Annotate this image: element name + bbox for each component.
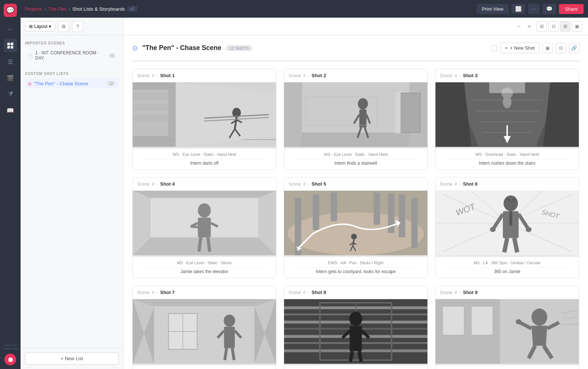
card-hash-label: # bbox=[152, 290, 154, 295]
shots-grid: Scene # › Shot 1 bbox=[132, 69, 579, 369]
svg-line-132 bbox=[359, 351, 361, 362]
svg-point-138 bbox=[531, 308, 547, 326]
svg-rect-111 bbox=[224, 327, 235, 348]
svg-rect-68 bbox=[411, 198, 418, 248]
zoom-out-button[interactable]: − bbox=[514, 22, 523, 31]
app-logo[interactable]: 💬 bbox=[4, 4, 17, 17]
breadcrumb-project[interactable]: The Pen bbox=[48, 6, 66, 12]
svg-rect-29 bbox=[359, 110, 367, 128]
svg-rect-128 bbox=[349, 326, 362, 351]
zoom-controls: − + bbox=[514, 22, 534, 31]
svg-point-101 bbox=[513, 198, 515, 201]
svg-rect-2 bbox=[7, 46, 10, 49]
shot-list-item[interactable]: ⊙ "The Pen" - Chase Scene 12 bbox=[25, 79, 119, 89]
shot-label: Shot 8 bbox=[312, 290, 326, 295]
svg-rect-136 bbox=[443, 307, 465, 335]
comment-button[interactable]: 💬 bbox=[542, 4, 556, 14]
shot-list-badge: 12 bbox=[107, 81, 116, 86]
card-hash-label: # bbox=[303, 290, 306, 295]
shot-tags: WS · Overhead · Static · Hand Held bbox=[440, 152, 574, 157]
filmstrip-button[interactable]: ▣ bbox=[542, 43, 553, 53]
shot-thumbnail[interactable] bbox=[284, 82, 427, 148]
zoom-in-button[interactable]: + bbox=[525, 22, 534, 31]
shot-card: Scene # › Shot 2 bbox=[284, 69, 428, 170]
layout-button[interactable]: ⊞ Layout ▾ bbox=[25, 22, 55, 31]
shot-thumbnail[interactable] bbox=[133, 82, 276, 148]
shot-card-header: Scene # › Shot 5 bbox=[284, 178, 427, 191]
custom-shot-lists-section: CUSTOM SHOT LISTS ⊙ "The Pen" - Chase Sc… bbox=[21, 66, 123, 92]
sidebar-icon-sliders[interactable]: ⧩ bbox=[4, 87, 17, 101]
main-layout: Projects › The Pen › Shot Lists & Storyb… bbox=[21, 0, 588, 369]
shot-thumbnail[interactable] bbox=[284, 191, 427, 257]
shot-thumbnail[interactable]: WOT SHOT bbox=[435, 191, 579, 257]
select-all-checkbox[interactable] bbox=[491, 45, 497, 51]
svg-rect-23 bbox=[284, 133, 427, 147]
shot-meta: MS · Eye Level · Static · Sticks Jamie t… bbox=[133, 257, 276, 278]
shot-list-name: "The Pen" - Chase Scene bbox=[34, 81, 88, 86]
shot-meta: EWS · HA · Pan · Sticks / Right Intern g… bbox=[284, 257, 427, 278]
card-hash-label: # bbox=[152, 182, 154, 187]
shot-thumbnail[interactable] bbox=[435, 299, 579, 365]
sidebar-icon-back[interactable]: ← bbox=[4, 23, 17, 36]
shot-desc: Intern finds a stairwell bbox=[288, 161, 423, 166]
more-options-button[interactable]: ··· bbox=[528, 4, 540, 14]
separator-button[interactable]: ⊟ bbox=[556, 43, 566, 53]
shot-thumbnail[interactable] bbox=[435, 82, 579, 148]
scene-title: "The Pen" - Chase Scene bbox=[142, 44, 221, 52]
sidebar-icon-scenes[interactable]: 🎬 bbox=[4, 71, 17, 85]
svg-marker-50 bbox=[133, 237, 276, 255]
user-avatar[interactable]: ⬤ bbox=[4, 354, 16, 365]
scene-content: ⊙ "The Pen" - Chase Scene 12 SHOTS + + N… bbox=[123, 35, 588, 369]
top-bar: Projects › The Pen › Shot Lists & Storyb… bbox=[21, 0, 588, 18]
grid-view-buttons: ⊞ ⊟ ⊠ ▣ bbox=[537, 21, 582, 32]
breadcrumb-projects[interactable]: Projects bbox=[25, 6, 42, 12]
export-button[interactable]: ⬜ bbox=[512, 4, 525, 14]
grid-view-sm-button[interactable]: ⊞ bbox=[537, 21, 547, 32]
shot-card: Scene # › Shot 7 bbox=[132, 286, 276, 369]
view-toolbar: − + ⊞ ⊟ ⊠ ▣ bbox=[123, 18, 588, 35]
scene-icon-head: ⊙ bbox=[132, 44, 138, 52]
link-button[interactable]: 🔗 bbox=[569, 43, 579, 53]
print-view-button[interactable]: Print View bbox=[477, 4, 508, 14]
card-arrow-icon: › bbox=[157, 182, 158, 187]
shot-thumbnail[interactable] bbox=[284, 299, 427, 365]
help-button[interactable]: ? bbox=[72, 21, 83, 32]
scene-item-label: 1 · INT. CONFERENCE ROOM · DAY bbox=[35, 50, 108, 61]
grid-view-lg-button[interactable]: ⊠ bbox=[560, 21, 570, 32]
grid-view-md-button[interactable]: ⊟ bbox=[548, 21, 559, 32]
shot-card-header: Scene # › Shot 4 bbox=[133, 178, 276, 191]
svg-point-73 bbox=[351, 234, 357, 240]
svg-rect-3 bbox=[11, 46, 13, 49]
svg-rect-26 bbox=[399, 93, 420, 132]
shot-desc: Intern darts off bbox=[137, 161, 272, 166]
shot-thumbnail[interactable] bbox=[133, 191, 276, 257]
shot-card: Scene # › Shot 8 bbox=[284, 286, 428, 369]
card-scene-label: Scene bbox=[440, 73, 452, 78]
scene-item[interactable]: 📄 1 · INT. CONFERENCE ROOM · DAY 0 bbox=[25, 48, 119, 63]
scene-header: ⊙ "The Pen" - Chase Scene 12 SHOTS + + N… bbox=[132, 43, 579, 53]
list-view-button[interactable]: ▣ bbox=[572, 21, 582, 32]
shot-card: Scene # › Shot 1 bbox=[132, 69, 276, 170]
breadcrumb-sep-2: › bbox=[68, 6, 70, 12]
shot-desc: Intern rushes down the stairs bbox=[440, 161, 574, 166]
card-arrow-icon: › bbox=[308, 73, 309, 78]
card-hash-label: # bbox=[455, 182, 457, 187]
new-shot-button[interactable]: + + New Shot bbox=[500, 43, 539, 53]
card-arrow-icon: › bbox=[157, 290, 158, 295]
svg-rect-67 bbox=[399, 194, 405, 237]
scene-header-right: + + New Shot ▣ ⊟ 🔗 bbox=[491, 43, 579, 53]
shot-thumbnail[interactable] bbox=[133, 299, 276, 365]
app-sidebar: 💬 ← ☰ 🎬 ⧩ 📖 Made ByLeanometry ⬤ bbox=[0, 0, 21, 369]
version-badge[interactable]: v2 bbox=[127, 6, 137, 12]
new-list-button[interactable]: + New List bbox=[25, 352, 119, 365]
shot-tags: EWS · HA · Pan · Sticks / Right bbox=[288, 261, 423, 265]
svg-marker-139 bbox=[531, 326, 547, 346]
sidebar-icon-list[interactable]: ☰ bbox=[4, 55, 17, 68]
sidebar-icon-book[interactable]: 📖 bbox=[4, 104, 17, 117]
shot-label: Shot 3 bbox=[463, 73, 478, 78]
share-button[interactable]: Share bbox=[559, 4, 584, 14]
svg-line-61 bbox=[208, 237, 210, 252]
sidebar-icon-storyboard[interactable] bbox=[4, 39, 17, 52]
settings-button[interactable]: ⚙ bbox=[58, 21, 69, 32]
layout-icon: ⊞ bbox=[29, 24, 33, 29]
